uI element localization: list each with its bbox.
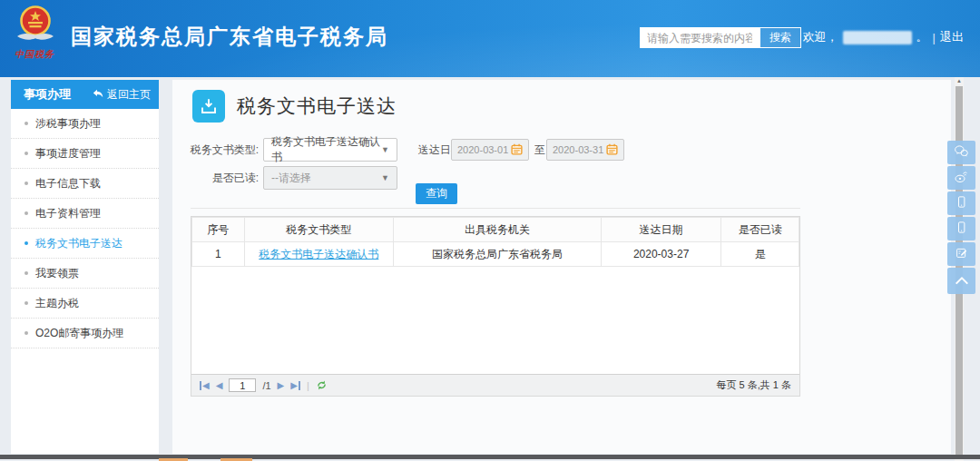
calendar-icon[interactable] (606, 143, 618, 157)
bullet-icon (24, 241, 28, 245)
search-input[interactable] (640, 27, 760, 48)
table-header-cell: 是否已读 (721, 218, 799, 242)
bullet-icon (24, 211, 28, 215)
sidebar-menu-item[interactable]: 我要领票 (11, 259, 159, 289)
table-header-cell: 序号 (192, 218, 245, 242)
sidebar-item-label: 电子信息下载 (35, 176, 101, 191)
sidebar-menu: 涉税事项办理 事项进度管理 电子信息下载 电子资料管理 税务文书电子送达 我要领… (11, 109, 159, 348)
back-to-home-label: 返回主页 (107, 87, 151, 103)
bullet-icon (24, 301, 28, 305)
read-status-select[interactable]: --请选择 ▼ (263, 166, 397, 190)
sidebar-menu-item[interactable]: 电子信息下载 (11, 169, 159, 199)
wechat-share-button[interactable] (947, 141, 975, 164)
chevron-up-icon (954, 273, 970, 289)
cell-doc-type: 税务文书电子送达确认书 (244, 242, 394, 267)
logo-caption: 中国税务 (5, 48, 64, 61)
main-panel: 税务文书电子送达 税务文书类型: 税务文书电子送达确认书 ▼ 送达日期: 202… (172, 80, 951, 454)
sidebar-item-label: 事项进度管理 (35, 146, 101, 162)
floating-toolbar (947, 141, 975, 296)
sidebar-menu-item[interactable]: 事项进度管理 (11, 139, 159, 169)
sidebar-item-label: 涉税事项办理 (35, 116, 101, 132)
page-title-block: 税务文书电子送达 (192, 90, 397, 123)
table-header-cell: 税务文书类型 (244, 218, 394, 242)
query-button[interactable]: 查询 (416, 183, 457, 204)
chevron-down-icon: ▼ (381, 145, 389, 154)
username-redacted (843, 31, 912, 44)
table-row: 1 税务文书电子送达确认书 国家税务总局广东省税务局 2020-03-27 是 (192, 242, 799, 267)
pagination-summary: 每页 5 条,共 1 条 (716, 378, 791, 392)
back-to-home-link[interactable]: 返回主页 (93, 87, 151, 103)
weibo-icon (954, 170, 969, 187)
sidebar-menu-item[interactable]: O2O邮寄事项办理 (11, 319, 159, 348)
doc-type-link[interactable]: 税务文书电子送达确认书 (259, 248, 378, 260)
last-page-icon[interactable]: ▶ (290, 381, 300, 390)
doc-type-select[interactable]: 税务文书电子送达确认书 ▼ (263, 138, 397, 162)
date-to-input[interactable]: 2020-03-31 (546, 139, 624, 161)
cell-authority: 国家税务总局广东省税务局 (394, 242, 602, 267)
table-header-cell: 送达日期 (601, 218, 720, 242)
page-number-input[interactable]: 1 (229, 378, 256, 392)
weibo-share-button[interactable] (947, 166, 975, 190)
bullet-icon (24, 181, 28, 185)
bullet-icon (24, 122, 28, 125)
date-range-separator: 至 (534, 138, 545, 162)
first-page-icon[interactable]: ◀ (200, 381, 210, 390)
welcome-text: 欢迎， (803, 29, 838, 45)
sidebar-item-label: 我要领票 (35, 266, 79, 281)
search-button[interactable]: 搜索 (760, 27, 801, 48)
page-title: 税务文书电子送达 (237, 93, 397, 119)
sidebar: 事项办理 返回主页 涉税事项办理 事项进度管理 电子信息下载 电子资料管理 (11, 80, 159, 454)
doc-type-selected-value: 税务文书电子送达确认书 (271, 134, 381, 165)
horizontal-scrollbar[interactable] (0, 455, 980, 459)
welcome-area: 欢迎， 。 | 退出 (803, 29, 964, 45)
pager-divider: | (307, 380, 309, 391)
back-arrow-icon (93, 88, 103, 101)
national-emblem-logo (15, 4, 56, 53)
feedback-edit-icon (955, 246, 968, 263)
wechat-icon (954, 144, 969, 162)
cell-seq: 1 (192, 242, 245, 267)
results-table-card: 序号税务文书类型出具税务机关送达日期是否已读 1 税务文书电子送达确认书 国家税… (191, 216, 800, 397)
prev-page-icon[interactable]: ◀ (216, 381, 223, 390)
sidebar-title: 事项办理 (24, 86, 71, 103)
doc-type-label: 税务文书类型: (172, 138, 259, 162)
calendar-icon[interactable] (511, 143, 523, 157)
pagination-bar: ◀ ◀ 1 /1 ▶ ▶ | 每页 5 条,共 1 条 (191, 374, 799, 396)
bullet-icon (24, 271, 28, 275)
header-search: 搜索 (640, 27, 801, 48)
date-from-value: 2020-03-01 (457, 144, 508, 155)
sidebar-menu-item[interactable]: 主题办税 (11, 289, 159, 319)
sidebar-header: 事项办理 返回主页 (11, 80, 159, 109)
sidebar-item-label: O2O邮寄事项办理 (35, 326, 123, 341)
scroll-up-arrow-icon[interactable]: ▲ (955, 78, 964, 83)
sidebar-menu-item[interactable]: 税务文书电子送达 (11, 229, 159, 259)
results-table: 序号税务文书类型出具税务机关送达日期是否已读 1 税务文书电子送达确认书 国家税… (191, 217, 799, 267)
welcome-suffix: 。 (916, 29, 928, 45)
back-to-top-button[interactable] (947, 268, 975, 294)
sidebar-item-label: 税务文书电子送达 (35, 236, 122, 251)
mobile-icon (955, 220, 968, 239)
mobile-app-button[interactable] (947, 191, 975, 215)
sidebar-item-label: 主题办税 (35, 296, 79, 311)
table-body: 1 税务文书电子送达确认书 国家税务总局广东省税务局 2020-03-27 是 (192, 242, 799, 267)
mobile-icon (955, 194, 968, 213)
logout-link[interactable]: 退出 (940, 29, 964, 45)
chevron-down-icon: ▼ (381, 173, 389, 182)
table-header-row: 序号税务文书类型出具税务机关送达日期是否已读 (192, 218, 799, 242)
mobile-app-button-2[interactable] (947, 217, 975, 240)
total-pages-label: /1 (262, 380, 270, 391)
feedback-button[interactable] (947, 242, 975, 266)
bullet-icon (24, 152, 28, 155)
table-empty-space (191, 267, 799, 374)
electronic-tax-bureau-page: 中国税务 国家税务总局广东省电子税务局 搜索 欢迎， 。 | 退出 事项办理 返… (0, 0, 980, 461)
date-from-input[interactable]: 2020-03-01 (451, 139, 529, 161)
date-to-value: 2020-03-31 (553, 144, 603, 155)
sidebar-menu-item[interactable]: 涉税事项办理 (11, 109, 159, 139)
document-delivery-icon (192, 90, 225, 123)
sidebar-item-label: 电子资料管理 (35, 206, 101, 221)
refresh-icon[interactable] (316, 379, 328, 391)
section-divider (191, 208, 800, 209)
sidebar-menu-item[interactable]: 电子资料管理 (11, 199, 159, 229)
next-page-icon[interactable]: ▶ (278, 381, 285, 390)
read-status-selected-value: --请选择 (271, 171, 311, 186)
